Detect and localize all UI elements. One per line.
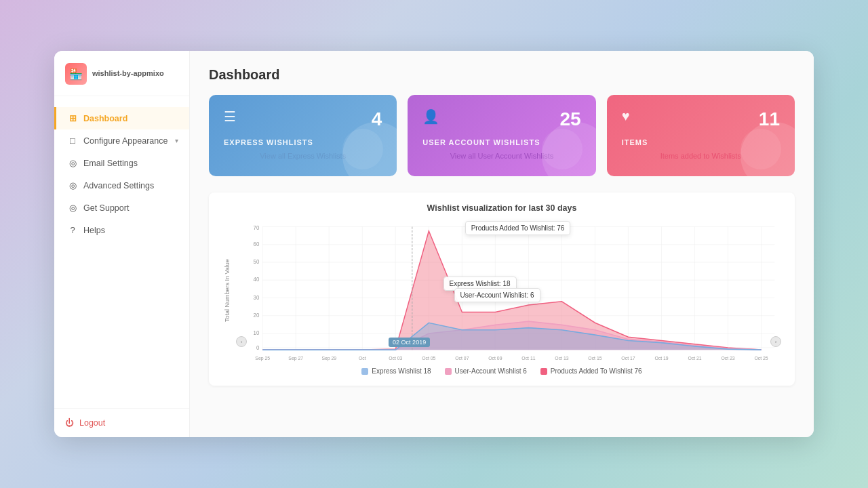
dashboard-icon: ⊞	[67, 113, 78, 123]
sidebar: 🏪 wishlist-by-appmixo ⊞ Dashboard □ Conf…	[54, 51, 190, 437]
legend-dot-products	[540, 368, 547, 375]
sidebar-item-label: Email Settings	[83, 159, 138, 168]
chart-section: Wishlist visualization for last 30 days …	[209, 192, 795, 386]
legend-item-products: Products Added To Wishlist 76	[540, 367, 642, 375]
user-label: USER ACCOUNT WISHLISTS	[422, 138, 580, 146]
page-title: Dashboard	[209, 67, 795, 83]
svg-text:Sep 25: Sep 25	[255, 356, 270, 361]
svg-text:Oct 07: Oct 07	[455, 356, 469, 361]
card-decoration2	[542, 129, 583, 169]
legend-dot-user	[445, 368, 452, 375]
svg-text:Oct 15: Oct 15	[588, 356, 601, 361]
sidebar-item-label: Dashboard	[83, 114, 127, 123]
card-decoration2	[342, 129, 383, 169]
sidebar-item-get-support[interactable]: ◎ Get Support	[54, 197, 189, 219]
legend-label-express: Express Wishlist 18	[372, 367, 431, 375]
sidebar-item-label: Get Support	[83, 203, 129, 213]
stat-card-items: ♥ 11 ITEMS Items added to Wishlists	[607, 95, 795, 176]
support-icon: ◎	[67, 203, 78, 213]
legend-item-express: Express Wishlist 18	[361, 367, 431, 375]
hamburger-icon: ☰	[224, 108, 236, 125]
svg-text:50: 50	[254, 259, 260, 265]
logout-icon: ⏻	[65, 418, 74, 428]
chart-svg: 0 10 20 30 40 50 60 70	[236, 220, 781, 362]
sidebar-item-advanced-settings[interactable]: ◎ Advanced Settings	[54, 174, 189, 197]
legend-label-user: User-Account Wishlist 6	[455, 367, 527, 375]
svg-text:70: 70	[254, 224, 260, 230]
svg-text:Oct 05: Oct 05	[422, 356, 435, 361]
sidebar-logo: 🏪 wishlist-by-appmixo	[54, 51, 189, 96]
svg-text:Oct 13: Oct 13	[555, 356, 568, 361]
chevron-down-icon: ▾	[175, 137, 178, 144]
chart-legend: Express Wishlist 18 User-Account Wishlis…	[222, 367, 781, 375]
sidebar-item-label: Helps	[83, 226, 105, 235]
svg-text:10: 10	[254, 330, 260, 336]
user-icon: 👤	[422, 108, 439, 125]
svg-text:Oct 17: Oct 17	[621, 356, 635, 361]
card-decoration2	[741, 129, 781, 169]
legend-dot-express	[361, 368, 368, 375]
stat-card-user-account-wishlists: 👤 25 USER ACCOUNT WISHLISTS View all Use…	[408, 95, 595, 176]
stat-card-express-wishlists: ☰ 4 EXPRESS WISHLISTS View all Express W…	[209, 95, 397, 176]
svg-text:Oct 21: Oct 21	[688, 356, 701, 361]
svg-text:Oct 03: Oct 03	[389, 356, 402, 361]
express-label: EXPRESS WISHLISTS	[224, 138, 382, 146]
svg-text:Oct: Oct	[359, 356, 366, 361]
logout-button[interactable]: ⏻ Logout	[54, 408, 189, 437]
svg-text:0: 0	[256, 345, 260, 351]
configure-icon: □	[67, 136, 78, 146]
svg-text:Sep 27: Sep 27	[288, 356, 303, 361]
svg-text:Oct 23: Oct 23	[721, 356, 734, 361]
sidebar-item-configure-appearance[interactable]: □ Configure Appearance ▾	[54, 129, 189, 152]
chart-title: Wishlist visualization for last 30 days	[222, 203, 781, 213]
sidebar-item-email-settings[interactable]: ◎ Email Settings	[54, 152, 189, 174]
chevron-left-icon: ‹	[241, 339, 243, 345]
svg-text:Oct 11: Oct 11	[521, 356, 535, 361]
logo-text: wishlist-by-appmixo	[92, 69, 164, 78]
svg-text:20: 20	[254, 312, 260, 319]
scroll-left-button[interactable]: ‹	[236, 336, 247, 347]
sidebar-nav: ⊞ Dashboard □ Configure Appearance ▾ ◎ E…	[54, 96, 189, 408]
chevron-right-icon: ›	[775, 339, 777, 345]
stat-cards: ☰ 4 EXPRESS WISHLISTS View all Express W…	[209, 95, 795, 176]
chart-container: Total Numbers In Value 0	[222, 220, 781, 362]
logo-icon: 🏪	[65, 63, 87, 85]
help-icon: ?	[67, 225, 78, 235]
legend-label-products: Products Added To Wishlist 76	[551, 367, 642, 375]
svg-text:Oct 19: Oct 19	[654, 356, 668, 361]
svg-text:Oct 25: Oct 25	[754, 356, 768, 361]
sidebar-item-label: Advanced Settings	[83, 181, 154, 190]
items-label: ITEMS	[622, 138, 780, 146]
svg-text:30: 30	[254, 294, 260, 300]
app-window: 🏪 wishlist-by-appmixo ⊞ Dashboard □ Conf…	[54, 51, 814, 437]
svg-text:40: 40	[254, 277, 260, 283]
legend-item-user: User-Account Wishlist 6	[445, 367, 527, 375]
active-date-badge: 02 Oct 2019	[389, 338, 430, 347]
sidebar-item-dashboard[interactable]: ⊞ Dashboard	[54, 107, 189, 129]
svg-text:60: 60	[254, 241, 260, 247]
chart-y-label: Total Numbers In Value	[222, 220, 236, 362]
svg-text:Oct 09: Oct 09	[488, 356, 502, 361]
settings-icon: ◎	[67, 180, 78, 190]
heart-icon: ♥	[622, 108, 630, 124]
email-icon: ◎	[67, 158, 78, 168]
main-content: Dashboard ☰ 4 EXPRESS WISHLISTS View all…	[190, 51, 814, 437]
logout-label: Logout	[79, 418, 105, 428]
svg-text:Sep 29: Sep 29	[321, 356, 336, 361]
chart-area: 0 10 20 30 40 50 60 70	[236, 220, 781, 362]
sidebar-item-label: Configure Appearance	[83, 136, 167, 146]
sidebar-item-helps[interactable]: ? Helps	[54, 219, 189, 241]
scroll-right-button[interactable]: ›	[770, 336, 781, 347]
